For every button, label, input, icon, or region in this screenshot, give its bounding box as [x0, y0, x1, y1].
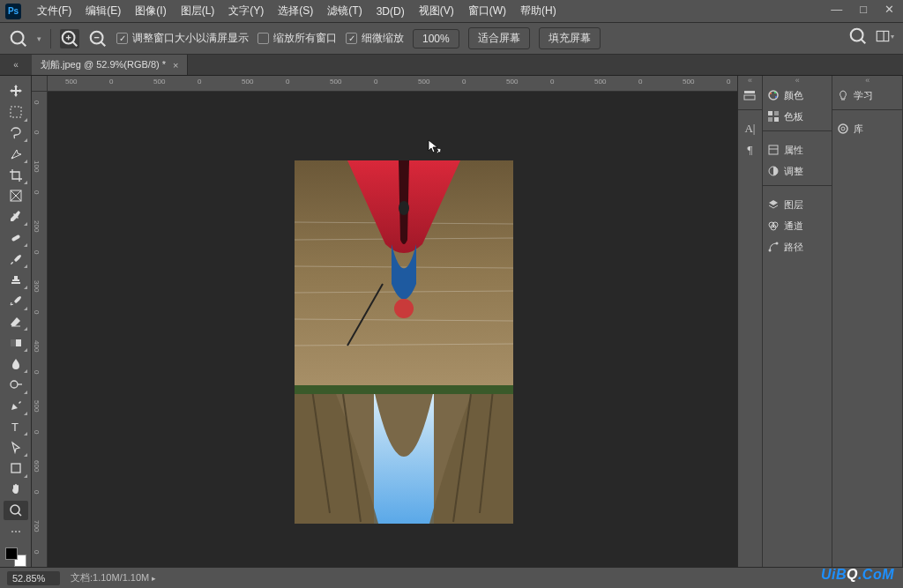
collapse-handle[interactable]: « [832, 76, 902, 85]
panel-label: 属性 [784, 144, 803, 157]
svg-rect-53 [774, 117, 779, 122]
channels-panel[interactable]: 通道 [763, 215, 832, 236]
app-logo: Ps [5, 4, 21, 19]
eyedropper-tool[interactable] [4, 207, 28, 227]
eraser-tool[interactable] [4, 312, 28, 332]
close-button[interactable]: ✕ [881, 3, 898, 16]
status-bar: 52.85% 文档:1.10M/1.10M ▸ [0, 567, 903, 588]
svg-point-47 [770, 93, 772, 94]
option-scrubby-zoom[interactable]: 细微缩放 [346, 31, 404, 46]
svg-text:T: T [11, 421, 19, 434]
checkbox-icon [346, 33, 357, 44]
svg-point-22 [11, 381, 18, 388]
menu-select[interactable]: 选择(S) [271, 1, 320, 21]
fit-screen-button[interactable]: 适合屏幕 [468, 27, 530, 49]
marquee-tool[interactable] [4, 102, 28, 123]
collapse-handle[interactable]: « [738, 76, 762, 85]
workspace: T ⋯ 50005000500050005000500050005000 001… [0, 76, 903, 567]
paragraph-panel-icon[interactable]: ¶ [738, 139, 762, 160]
svg-line-10 [861, 39, 865, 43]
lasso-tool[interactable] [4, 123, 28, 144]
frame-tool[interactable] [4, 186, 28, 206]
document-title: 划船.jpeg @ 52.9%(RGB/8) * [41, 58, 166, 71]
blur-tool[interactable] [4, 354, 28, 374]
menu-type[interactable]: 文字(Y) [221, 1, 271, 21]
menu-help[interactable]: 帮助(H) [513, 1, 563, 21]
svg-rect-45 [744, 95, 755, 100]
options-bar: ▾ 调整窗口大小以满屏显示 缩放所有窗口 细微缩放 100% 适合屏幕 填充屏幕… [0, 23, 903, 55]
tool-preset-icon[interactable] [9, 29, 28, 48]
collapse-handle[interactable]: « [763, 76, 832, 85]
menu-window[interactable]: 窗口(W) [461, 1, 513, 21]
ruler-horizontal[interactable]: 50005000500050005000500050005000 [48, 76, 737, 92]
search-icon[interactable] [848, 26, 868, 46]
menu-layer[interactable]: 图层(L) [174, 1, 222, 21]
libraries-panel[interactable]: 库 [832, 118, 902, 139]
quick-select-tool[interactable] [4, 144, 28, 164]
option-zoom-all[interactable]: 缩放所有窗口 [257, 31, 337, 46]
svg-point-46 [769, 91, 778, 100]
svg-rect-18 [11, 234, 20, 242]
color-panel[interactable]: 颜色 [763, 85, 832, 106]
collapse-button[interactable]: « [0, 55, 32, 75]
dodge-tool[interactable] [4, 375, 28, 395]
paths-panel[interactable]: 路径 [763, 236, 832, 257]
color-swatch[interactable] [5, 547, 26, 567]
zoom-in-icon[interactable] [60, 29, 79, 48]
history-brush-tool[interactable] [4, 291, 28, 311]
canvas-viewport[interactable] [48, 92, 737, 567]
hand-tool[interactable] [4, 480, 28, 500]
character-panel-icon[interactable]: A| [738, 118, 762, 139]
gradient-tool[interactable] [4, 332, 28, 353]
document-tab[interactable]: 划船.jpeg @ 52.9%(RGB/8) * × [32, 55, 188, 75]
move-tool[interactable] [4, 81, 28, 101]
tab-close-button[interactable]: × [173, 60, 178, 71]
svg-point-48 [774, 92, 776, 93]
brush-tool[interactable] [4, 249, 28, 269]
menu-3d[interactable]: 3D(D) [369, 3, 412, 20]
option-label: 细微缩放 [362, 31, 404, 46]
learn-panel[interactable]: 学习 [832, 85, 902, 106]
zoom-100-button[interactable]: 100% [413, 29, 459, 48]
swatches-panel[interactable]: 色板 [763, 106, 832, 127]
workspace-switcher-icon[interactable]: ▾ [875, 26, 894, 46]
edit-toolbar[interactable]: ⋯ [4, 521, 28, 541]
minimize-button[interactable]: — [827, 3, 846, 16]
shape-tool[interactable] [4, 458, 28, 479]
svg-rect-51 [774, 111, 779, 115]
document-info[interactable]: 文档:1.10M/1.10M ▸ [71, 571, 156, 584]
panel-label: 通道 [784, 220, 803, 233]
ruler-origin[interactable] [32, 76, 48, 92]
properties-panel[interactable]: 属性 [763, 139, 832, 160]
menu-view[interactable]: 视图(V) [412, 1, 461, 21]
heal-tool[interactable] [4, 227, 28, 248]
adjustments-panel[interactable]: 调整 [763, 160, 832, 182]
option-label: 调整窗口大小以满屏显示 [132, 31, 249, 46]
fill-screen-button[interactable]: 填充屏幕 [539, 27, 601, 49]
panel-label: 学习 [854, 89, 873, 102]
zoom-out-icon[interactable] [88, 29, 108, 48]
svg-line-27 [18, 513, 21, 517]
ruler-vertical[interactable]: 001000200030004000500060007000 [32, 92, 48, 567]
menu-filter[interactable]: 滤镜(T) [320, 1, 369, 21]
option-resize-window[interactable]: 调整窗口大小以满屏显示 [116, 31, 249, 46]
type-tool[interactable]: T [4, 417, 28, 437]
path-select-tool[interactable] [4, 437, 28, 458]
pen-tool[interactable] [4, 396, 28, 416]
menu-image[interactable]: 图像(I) [128, 1, 173, 21]
document-tab-bar: « 划船.jpeg @ 52.9%(RGB/8) * × [0, 55, 903, 76]
maximize-button[interactable]: □ [856, 3, 870, 16]
stamp-tool[interactable] [4, 270, 28, 290]
panel-label: 颜色 [784, 89, 803, 102]
zoom-tool[interactable] [4, 501, 28, 521]
menu-file[interactable]: 文件(F) [30, 1, 78, 21]
zoom-level-field[interactable]: 52.85% [7, 571, 60, 585]
panel-label: 路径 [784, 241, 803, 254]
history-panel-icon[interactable] [738, 85, 762, 106]
crop-tool[interactable] [4, 165, 28, 185]
panel-dock: « A| ¶ « 颜色 色板 属性 调整 图层 通道 路径 « 学习 库 [737, 76, 903, 567]
panel-label: 调整 [784, 165, 803, 178]
toolbox: T ⋯ [0, 76, 32, 567]
layers-panel[interactable]: 图层 [763, 194, 832, 215]
menu-edit[interactable]: 编辑(E) [78, 1, 128, 21]
